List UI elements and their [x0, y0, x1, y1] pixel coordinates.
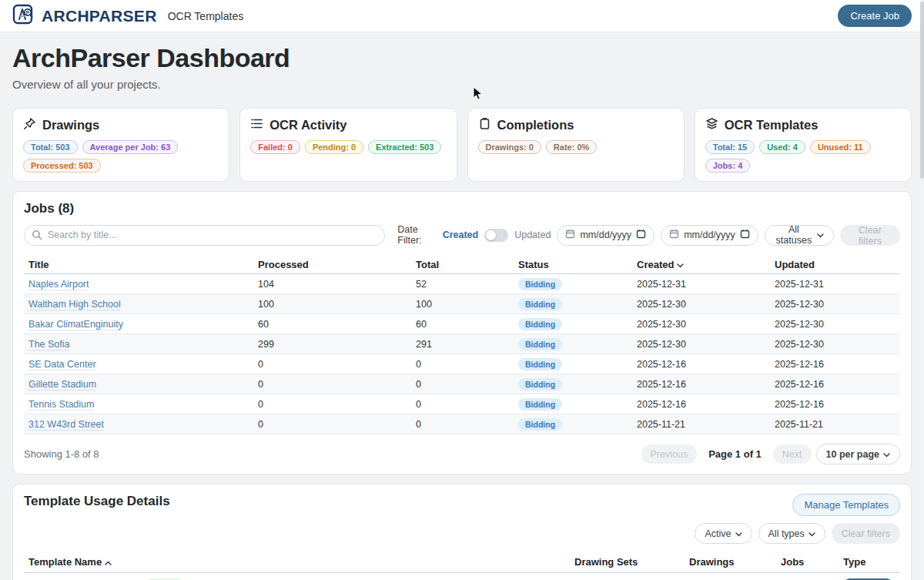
- date-to-placeholder: mm/dd/yyyy: [684, 230, 735, 240]
- stat-card-title: Drawings: [42, 118, 99, 132]
- table-row[interactable]: AI-Powered Extraction Active Uses Claude…: [24, 573, 900, 580]
- search-input[interactable]: [24, 225, 385, 246]
- col-total[interactable]: Total: [416, 259, 518, 270]
- processed-value: 100: [258, 299, 416, 310]
- stat-badge: Pending: 0: [305, 140, 363, 154]
- stat-card-completions: Completions Drawings: 0 Rate: 0%: [467, 108, 685, 182]
- date-filter-created-label[interactable]: Created: [443, 230, 479, 240]
- updated-value: 2025-12-30: [775, 319, 896, 330]
- date-filter-toggle[interactable]: [484, 229, 508, 242]
- processed-value: 0: [258, 399, 416, 410]
- stat-card-title: Completions: [497, 118, 574, 132]
- search-icon: [32, 230, 42, 243]
- processed-value: 0: [258, 379, 416, 390]
- table-row[interactable]: Tennis Stadium 0 0 Bidding 2025-12-16 20…: [24, 394, 900, 414]
- chevron-down-icon: [808, 528, 815, 539]
- col-drawings[interactable]: Drawings: [689, 556, 781, 568]
- calendar-picker-icon[interactable]: [636, 228, 646, 242]
- job-title-link[interactable]: Tennis Stadium: [28, 399, 258, 410]
- col-processed[interactable]: Processed: [258, 259, 416, 270]
- created-value: 2025-11-21: [637, 419, 775, 430]
- active-filter-label: Active: [705, 528, 731, 539]
- brand-name: ARCHPARSER: [42, 7, 157, 25]
- total-value: 291: [416, 339, 518, 350]
- table-row[interactable]: The Sofia 299 291 Bidding 2025-12-30 202…: [24, 334, 900, 354]
- date-filter-updated-label[interactable]: Updated: [514, 230, 551, 240]
- chevron-down-icon: [677, 259, 684, 270]
- status-badge: Bidding: [518, 318, 562, 330]
- col-jobs[interactable]: Jobs: [781, 556, 843, 568]
- template-filter-row: Active All types Clear filters: [24, 523, 900, 544]
- total-value: 60: [416, 319, 518, 330]
- chevron-up-icon: [105, 556, 112, 568]
- archparser-logo-icon: P: [12, 3, 35, 29]
- col-title[interactable]: Title: [28, 259, 258, 270]
- job-title-link[interactable]: SE Data Center: [28, 359, 258, 370]
- date-filter-label: Date Filter:: [397, 224, 436, 246]
- top-bar: P ARCHPARSER OCR Templates Create Job: [0, 0, 924, 32]
- next-page-button[interactable]: Next: [773, 444, 812, 464]
- stat-badge: Total: 15: [705, 140, 755, 154]
- manage-templates-button[interactable]: Manage Templates: [792, 494, 900, 516]
- table-row[interactable]: Bakar ClimatEnginuity 60 60 Bidding 2025…: [24, 314, 900, 334]
- clear-filters-button[interactable]: Clear filters: [840, 225, 900, 246]
- active-filter-dropdown[interactable]: Active: [695, 523, 752, 544]
- per-page-dropdown[interactable]: 10 per page: [816, 444, 900, 464]
- clear-filters-button[interactable]: Clear filters: [832, 523, 900, 544]
- type-filter-label: All types: [768, 528, 805, 539]
- vertical-scrollbar[interactable]: [920, 0, 924, 580]
- table-row[interactable]: Waltham High School 100 100 Bidding 2025…: [24, 294, 900, 314]
- previous-page-button[interactable]: Previous: [641, 444, 698, 464]
- scrollbar-thumb[interactable]: [920, 2, 924, 179]
- job-title-link[interactable]: The Sofia: [28, 339, 258, 350]
- job-title-link[interactable]: Waltham High School: [28, 299, 258, 310]
- create-job-button[interactable]: Create Job: [838, 5, 912, 27]
- date-to-input[interactable]: mm/dd/yyyy: [661, 225, 758, 246]
- stat-card-title: OCR Activity: [270, 118, 346, 132]
- processed-value: 299: [258, 339, 416, 350]
- col-type[interactable]: Type: [843, 556, 896, 568]
- created-value: 2025-12-16: [637, 379, 775, 390]
- table-row[interactable]: SE Data Center 0 0 Bidding 2025-12-16 20…: [24, 354, 900, 374]
- col-updated[interactable]: Updated: [775, 259, 896, 270]
- per-page-label: 10 per page: [826, 449, 879, 460]
- status-filter-dropdown[interactable]: All statuses: [765, 225, 834, 246]
- calendar-icon: [565, 228, 575, 242]
- page-label: OCR Templates: [168, 10, 244, 22]
- col-drawing-sets[interactable]: Drawing Sets: [574, 556, 689, 568]
- col-created[interactable]: Created: [637, 259, 775, 270]
- created-value: 2025-12-31: [637, 279, 775, 290]
- stat-card-ocr-templates: OCR Templates Total: 15 Used: 4 Unused: …: [695, 108, 912, 182]
- stat-badge: Rate: 0%: [546, 140, 597, 154]
- job-title-link[interactable]: Naples Airport: [28, 279, 258, 290]
- created-value: 2025-12-30: [637, 299, 775, 310]
- svg-text:P: P: [26, 9, 30, 15]
- table-row[interactable]: Gillette Stadium 0 0 Bidding 2025-12-16 …: [24, 374, 900, 394]
- table-row[interactable]: Naples Airport 104 52 Bidding 2025-12-31…: [24, 274, 900, 294]
- pushpin-icon: [23, 117, 36, 133]
- page-indicator: Page 1 of 1: [708, 448, 762, 460]
- stat-card-title: OCR Templates: [725, 118, 819, 132]
- job-title-link[interactable]: 312 W43rd Street: [28, 419, 258, 430]
- job-title-link[interactable]: Gillette Stadium: [28, 379, 258, 390]
- col-status[interactable]: Status: [518, 259, 637, 270]
- chevron-down-icon: [883, 449, 890, 460]
- created-value: 2025-12-30: [637, 319, 775, 330]
- type-filter-dropdown[interactable]: All types: [758, 523, 825, 544]
- template-usage-heading: Template Usage Details: [24, 494, 170, 509]
- updated-value: 2025-12-30: [775, 339, 896, 350]
- col-template-name[interactable]: Template Name: [28, 556, 574, 568]
- stat-badge: Processed: 503: [23, 159, 101, 173]
- status-badge: Bidding: [518, 278, 562, 290]
- date-from-input[interactable]: mm/dd/yyyy: [557, 225, 654, 246]
- templates-table-header: Template Name Drawing Sets Drawings Jobs…: [24, 553, 900, 573]
- stat-cards-row: Drawings Total: 503 Average per Job: 63 …: [12, 108, 912, 182]
- stat-badge: Jobs: 4: [705, 159, 751, 173]
- calendar-picker-icon[interactable]: [740, 228, 750, 242]
- status-badge: Bidding: [518, 398, 562, 411]
- status-badge: Bidding: [518, 418, 562, 431]
- search-box: [24, 225, 385, 246]
- total-value: 52: [416, 279, 518, 290]
- table-row[interactable]: 312 W43rd Street 0 0 Bidding 2025-11-21 …: [24, 414, 900, 434]
- job-title-link[interactable]: Bakar ClimatEnginuity: [28, 319, 258, 330]
